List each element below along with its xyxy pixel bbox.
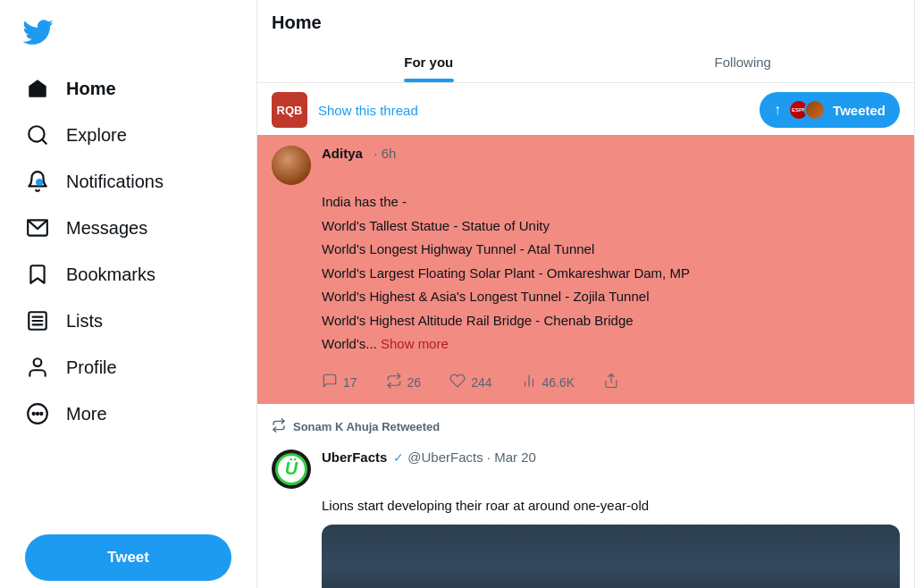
tweeted-pill-avatars: ESPN bbox=[788, 99, 826, 121]
verified-icon: ✓ bbox=[393, 450, 404, 465]
svg-point-11 bbox=[40, 413, 42, 415]
retweet-notice: Sonam K Ahuja Retweeted bbox=[257, 407, 914, 439]
tweet-fact-2: World's Largest Floating Solar Plant - O… bbox=[322, 264, 900, 284]
tweet-button[interactable]: Tweet bbox=[25, 534, 231, 581]
bookmark-icon bbox=[25, 263, 50, 286]
sidebar-item-messages[interactable]: Messages bbox=[11, 206, 246, 250]
like-icon bbox=[449, 373, 466, 393]
tweet-header: Aditya · 6h bbox=[272, 146, 900, 185]
circle-dots-icon bbox=[25, 402, 50, 425]
page-title: Home bbox=[272, 13, 900, 42]
tweeted-row: RQB Show this thread ↑ ESPN Tweeted bbox=[257, 83, 914, 131]
up-arrow-icon: ↑ bbox=[774, 102, 781, 118]
uberfacts-author[interactable]: UberFacts bbox=[322, 449, 387, 465]
sidebar-item-lists-label: Lists bbox=[66, 311, 103, 332]
svg-point-10 bbox=[37, 413, 38, 415]
tweet-fact-5: World's... Show more bbox=[322, 336, 449, 351]
sidebar-item-bookmarks-label: Bookmarks bbox=[66, 265, 155, 285]
share-action[interactable] bbox=[603, 373, 619, 393]
person-icon bbox=[25, 356, 50, 379]
retweet-count: 26 bbox=[407, 375, 422, 390]
list-icon bbox=[25, 309, 50, 332]
tweet-actions: 17 26 244 bbox=[322, 365, 900, 393]
sidebar-item-explore-label: Explore bbox=[66, 125, 127, 146]
aditya-avatar[interactable] bbox=[272, 146, 311, 185]
uberfacts-body: Lions start developing their roar at aro… bbox=[322, 496, 900, 517]
sidebar: Home Explore bbox=[0, 0, 257, 588]
tweet-time: · 6h bbox=[374, 146, 396, 161]
tweet-card-uberfacts: Ü UberFacts ✓ @UberFacts · Mar 20 Lions … bbox=[257, 439, 914, 589]
bell-icon bbox=[25, 170, 50, 193]
tabs: For you Following bbox=[272, 42, 900, 82]
twitter-logo[interactable] bbox=[11, 7, 246, 66]
svg-line-1 bbox=[42, 139, 46, 144]
sidebar-item-home-label: Home bbox=[66, 79, 116, 99]
show-more-link[interactable]: Show more bbox=[381, 336, 449, 351]
sidebar-nav: Home Explore bbox=[11, 66, 246, 524]
sidebar-item-explore[interactable]: Explore bbox=[11, 113, 246, 157]
tab-following[interactable]: Following bbox=[586, 42, 901, 82]
tweet-fact-3: World's Highest & Asia's Longest Tunnel … bbox=[322, 287, 900, 307]
reply-action[interactable]: 17 bbox=[322, 373, 357, 393]
uberfacts-text: Lions start developing their roar at aro… bbox=[322, 496, 900, 517]
uberfacts-tweet-header: Ü UberFacts ✓ @UberFacts · Mar 20 bbox=[272, 449, 900, 489]
tweet-fact-0: World's Tallest Statue - Statue of Unity bbox=[322, 216, 900, 237]
tweet-intro: India has the - bbox=[322, 192, 900, 213]
explore-icon bbox=[25, 123, 50, 147]
sidebar-item-messages-label: Messages bbox=[66, 218, 147, 239]
rqb-avatar: RQB bbox=[272, 92, 307, 128]
svg-point-7 bbox=[34, 358, 42, 366]
retweet-notice-icon bbox=[272, 418, 286, 435]
notification-dot bbox=[36, 179, 43, 186]
uberfacts-handle: @UberFacts · Mar 20 bbox=[407, 449, 536, 465]
tweet-fact-1: World's Longest Highway Tunnel - Atal Tu… bbox=[322, 239, 900, 260]
like-count: 244 bbox=[471, 375, 491, 390]
tweet-author[interactable]: Aditya bbox=[322, 146, 363, 161]
share-icon bbox=[603, 373, 619, 393]
svg-point-9 bbox=[33, 413, 35, 415]
tweet-image bbox=[322, 525, 900, 588]
show-thread-link[interactable]: Show this thread bbox=[318, 103, 749, 118]
tweeted-label: Tweeted bbox=[833, 103, 886, 118]
mail-icon bbox=[25, 216, 50, 239]
sidebar-item-profile-label: Profile bbox=[66, 357, 117, 378]
sidebar-item-notifications[interactable]: Notifications bbox=[11, 159, 246, 204]
main-header: Home For you Following bbox=[257, 0, 914, 83]
sidebar-item-bookmarks[interactable]: Bookmarks bbox=[11, 252, 246, 297]
tweet-card-aditya: Aditya · 6h India has the - World's Tall… bbox=[257, 135, 914, 404]
retweet-notice-text: Sonam K Ahuja Retweeted bbox=[293, 420, 440, 433]
sidebar-item-profile[interactable]: Profile bbox=[11, 345, 246, 390]
sidebar-item-more-label: More bbox=[66, 404, 107, 424]
views-count: 46.6K bbox=[542, 375, 575, 390]
user-avatar-pill bbox=[804, 99, 826, 121]
tweet-body: India has the - World's Tallest Statue -… bbox=[322, 192, 900, 355]
views-action[interactable]: 46.6K bbox=[521, 373, 575, 393]
sidebar-item-lists[interactable]: Lists bbox=[11, 298, 246, 343]
like-action[interactable]: 244 bbox=[449, 373, 491, 393]
sidebar-item-notifications-label: Notifications bbox=[66, 172, 164, 192]
tab-for-you[interactable]: For you bbox=[272, 42, 586, 82]
tweet-meta: Aditya · 6h bbox=[322, 146, 900, 162]
views-icon bbox=[521, 373, 537, 393]
sidebar-item-home[interactable]: Home bbox=[11, 66, 246, 111]
retweet-icon bbox=[386, 373, 402, 393]
uberfacts-avatar[interactable]: Ü bbox=[272, 449, 311, 489]
reply-icon bbox=[322, 373, 338, 393]
uberfacts-logo: Ü bbox=[275, 453, 307, 485]
reply-count: 17 bbox=[343, 375, 357, 390]
tweet-fact-4: World's Highest Altitude Rail Bridge - C… bbox=[322, 311, 900, 332]
sidebar-item-more[interactable]: More bbox=[11, 391, 246, 436]
retweet-action[interactable]: 26 bbox=[386, 373, 422, 393]
home-icon bbox=[25, 77, 50, 100]
tweeted-pill[interactable]: ↑ ESPN Tweeted bbox=[760, 92, 900, 128]
main-feed: Home For you Following RQB Show this thr… bbox=[257, 0, 915, 588]
uberfacts-meta: UberFacts ✓ @UberFacts · Mar 20 bbox=[322, 449, 900, 466]
